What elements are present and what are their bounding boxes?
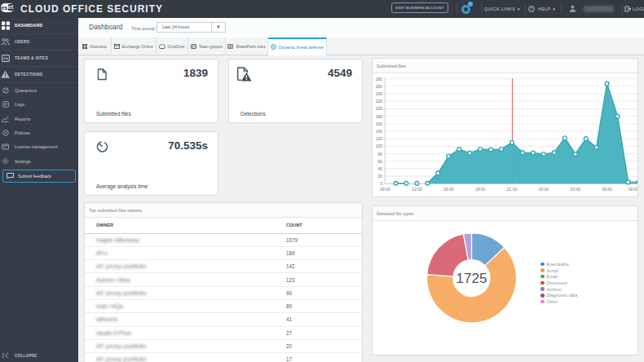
svg-text:20: 20 bbox=[377, 174, 382, 179]
svg-text:240: 240 bbox=[376, 91, 383, 96]
svg-text:?: ? bbox=[531, 7, 533, 11]
svg-text:100: 100 bbox=[376, 143, 383, 148]
svg-text:120: 120 bbox=[376, 136, 383, 141]
svg-text:21:00: 21:00 bbox=[507, 187, 518, 192]
svg-text:12:00: 12:00 bbox=[412, 187, 422, 192]
svg-text:18:00: 18:00 bbox=[475, 187, 486, 192]
svg-text:200: 200 bbox=[376, 106, 383, 111]
svg-text:280: 280 bbox=[376, 77, 383, 82]
svg-text:60: 60 bbox=[377, 159, 382, 164]
svg-text:1725: 1725 bbox=[457, 271, 487, 286]
svg-text:09:00: 09:00 bbox=[380, 187, 390, 192]
svg-text:260: 260 bbox=[376, 84, 383, 89]
svg-text:160: 160 bbox=[376, 121, 383, 126]
svg-text:00:00: 00:00 bbox=[539, 187, 549, 192]
svg-text:180: 180 bbox=[376, 114, 383, 119]
svg-text:40: 40 bbox=[377, 166, 382, 171]
svg-text:09:00: 09:00 bbox=[628, 187, 637, 192]
svg-text:140: 140 bbox=[376, 129, 383, 134]
svg-text:15:00: 15:00 bbox=[443, 187, 454, 192]
svg-text:06:00: 06:00 bbox=[602, 187, 612, 192]
svg-text:0: 0 bbox=[380, 181, 382, 186]
svg-text:03:00: 03:00 bbox=[571, 187, 581, 192]
svg-text:80: 80 bbox=[377, 152, 382, 157]
svg-text:220: 220 bbox=[376, 99, 383, 104]
